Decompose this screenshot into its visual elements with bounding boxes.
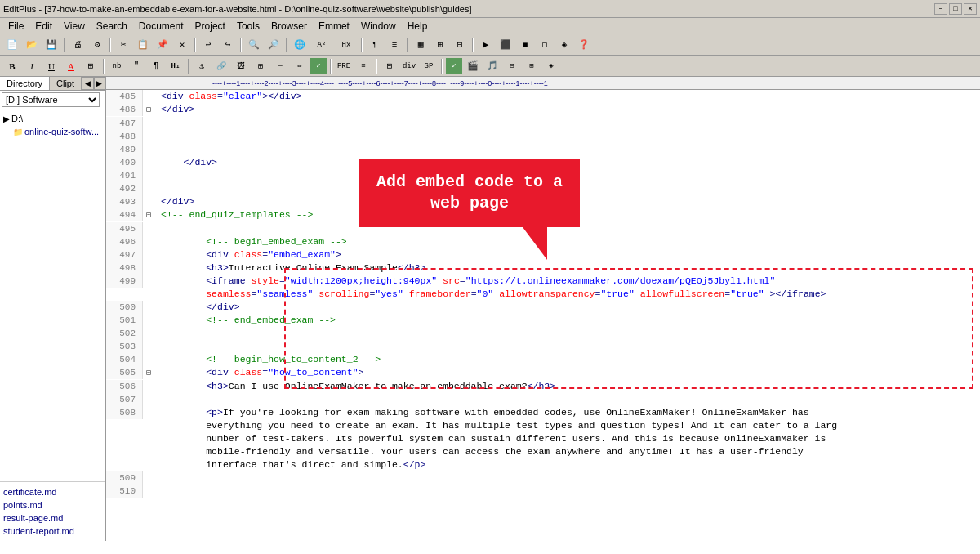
div-btn[interactable]: div [400, 58, 418, 74]
more2-btn[interactable]: ✏ [291, 58, 309, 74]
line-508: 508 <p>If you're looking for exam-making… [106, 406, 980, 419]
sidebar-collapse-left[interactable]: ◀ [82, 77, 93, 90]
tag-btn[interactable]: ¶ [366, 37, 384, 53]
pre-btn[interactable]: PRE [335, 58, 353, 74]
color-btn[interactable]: A [62, 58, 80, 74]
file-result-page[interactable]: result-page.md [3, 512, 102, 525]
hx-btn[interactable]: Hx [335, 37, 358, 53]
film-btn[interactable]: 🎬 [464, 58, 482, 74]
sep12 [376, 59, 377, 74]
file-certificate[interactable]: certificate.md [3, 485, 102, 498]
bold-btn[interactable]: B [3, 58, 21, 74]
grid-btn[interactable]: ⊞ [431, 37, 449, 53]
align2-btn[interactable]: ⊟ [381, 58, 399, 74]
drive-select[interactable]: [D:] Software [2, 92, 100, 107]
save-btn[interactable]: 💾 [42, 37, 60, 53]
list-btn[interactable]: ≡ [354, 58, 372, 74]
align-btn[interactable]: ≡ [385, 37, 403, 53]
heading-btn[interactable]: H₁ [167, 58, 185, 74]
line-499b: seamless="seamless" scrolling="yes" fram… [106, 288, 980, 301]
sep5 [286, 38, 287, 52]
sep10 [188, 59, 189, 74]
ext2[interactable]: ⬛ [497, 37, 514, 53]
close-button[interactable]: ✕ [964, 3, 977, 15]
find-btn[interactable]: 🔎 [265, 37, 283, 53]
valid-btn[interactable]: ✓ [446, 58, 462, 74]
ext1[interactable]: ▶ [477, 37, 495, 53]
line-500: 500 </div> [106, 301, 980, 314]
sep9 [103, 59, 105, 74]
sep11 [330, 59, 332, 74]
menu-emmet[interactable]: Emmet [314, 19, 354, 34]
undo-btn[interactable]: ↩ [199, 37, 217, 53]
html-btn[interactable]: A² [310, 37, 333, 53]
line-498: 498 <h3>Interactive Online Exam Sample</… [106, 261, 980, 275]
sidebar-collapse-right[interactable]: ▶ [94, 77, 105, 90]
cut-btn[interactable]: ✂ [114, 37, 132, 53]
sidebar-tree: ▶ D:\ 📁 online-quiz-softw... [0, 109, 105, 481]
img-btn[interactable]: 🖼 [232, 58, 250, 74]
table2-btn[interactable]: ⊞ [252, 58, 270, 74]
ext4[interactable]: ◻ [536, 37, 554, 53]
delete-btn[interactable]: ✕ [173, 37, 191, 53]
italic-btn[interactable]: I [23, 58, 41, 74]
copy-btn[interactable]: 📋 [134, 37, 152, 53]
grid2-btn[interactable]: ⊞ [82, 58, 100, 74]
maximize-button[interactable]: □ [949, 3, 962, 15]
line-505: 505 ⊟ <div class="how_to_content"> [106, 366, 980, 380]
form-btn[interactable]: ⊞ [523, 58, 541, 74]
misc-btn[interactable]: ◈ [542, 58, 560, 74]
open-btn[interactable]: 📂 [23, 37, 41, 53]
btn2[interactable]: ⚙ [88, 37, 106, 53]
menu-edit[interactable]: Edit [30, 19, 57, 34]
print-btn[interactable]: 🖨 [69, 37, 87, 53]
paste-btn[interactable]: 📌 [154, 37, 172, 53]
more-btn[interactable]: ▦ [412, 37, 430, 53]
menu-help[interactable]: Help [403, 19, 433, 34]
new-file-btn[interactable]: 📄 [3, 37, 21, 53]
underline-btn[interactable]: U [42, 58, 60, 74]
menu-project[interactable]: Project [190, 19, 230, 34]
callout-arrow [523, 227, 547, 260]
menu-file[interactable]: File [3, 19, 29, 34]
menu-search[interactable]: Search [91, 19, 132, 34]
check-btn[interactable]: ✓ [310, 58, 327, 74]
code-lines[interactable]: 485 <div class="clear"></div> 486 ⊟ </di… [106, 90, 980, 541]
sp-btn[interactable]: SP [420, 58, 438, 74]
main-layout: Directory Clipt ◀ ▶ [D:] Software ▶ D:\ … [0, 77, 980, 541]
menu-browser[interactable]: Browser [266, 19, 312, 34]
menu-window[interactable]: Window [356, 19, 401, 34]
menu-document[interactable]: Document [134, 19, 189, 34]
ext5[interactable]: ◈ [555, 37, 573, 53]
browser-btn[interactable]: 🌐 [291, 37, 309, 53]
sep4 [240, 38, 242, 52]
nb-btn[interactable]: nb [108, 58, 126, 74]
music-btn[interactable]: 🎵 [483, 58, 501, 74]
link-btn[interactable]: 🔗 [212, 58, 230, 74]
menu-bar: File Edit View Search Document Project T… [0, 18, 980, 34]
anchor-btn[interactable]: ⚓ [193, 58, 211, 74]
minimize-button[interactable]: – [934, 3, 947, 15]
menu-tools[interactable]: Tools [232, 19, 265, 34]
frames-btn[interactable]: ⊟ [503, 58, 521, 74]
ext6[interactable]: ❓ [575, 37, 593, 53]
sep13 [441, 59, 443, 74]
tab-clipt[interactable]: Clipt [50, 77, 82, 90]
toolbar-2: B I U A ⊞ nb " ¶ H₁ ⚓ 🔗 🖼 ⊞ ━ ✏ ✓ PRE ≡ … [0, 56, 980, 77]
para-btn[interactable]: ¶ [147, 58, 165, 74]
tree-item-d[interactable]: ▶ D:\ [3, 112, 102, 125]
hr-btn[interactable]: ━ [271, 58, 289, 74]
file-student-report[interactable]: student-report.md [3, 525, 102, 538]
sep6 [361, 38, 363, 52]
redo-btn[interactable]: ↪ [219, 37, 237, 53]
tree-item-quiz[interactable]: 📁 online-quiz-softw... [3, 125, 102, 138]
table-btn[interactable]: ⊟ [451, 37, 469, 53]
title-bar-buttons: – □ ✕ [934, 3, 977, 15]
tab-directory[interactable]: Directory [0, 77, 50, 90]
ext3[interactable]: ◼ [516, 37, 534, 53]
blockquote-btn[interactable]: " [127, 58, 145, 74]
menu-view[interactable]: View [59, 19, 90, 34]
file-points[interactable]: points.md [3, 498, 102, 512]
search-btn[interactable]: 🔍 [245, 37, 263, 53]
sep3 [194, 38, 196, 52]
